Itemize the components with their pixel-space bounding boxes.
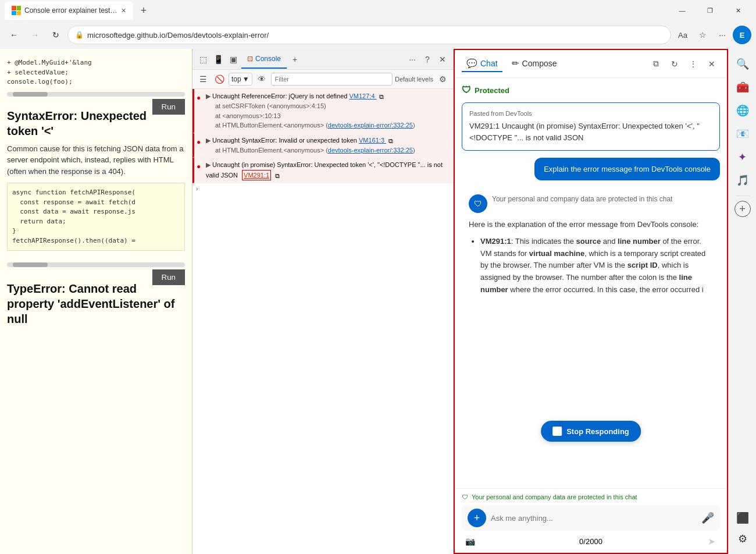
sidebar-settings-button[interactable]: ⚙ (732, 528, 753, 549)
expand-arrow[interactable]: › (192, 183, 453, 194)
scrollbar-thumb-2 (13, 262, 48, 267)
console-eye-toggle[interactable]: 👁 (255, 72, 269, 86)
pasted-from-label: Pasted from DevTools (469, 110, 712, 117)
snippet-line-3: const data = await response.js (12, 207, 180, 217)
shield-protected-icon: 🛡 (462, 85, 471, 95)
sidebar-collections-button[interactable]: 🌐 (732, 100, 753, 121)
sidebar-spotify-button[interactable]: 🎵 (732, 170, 753, 191)
tab-chat[interactable]: 💬 Chat (462, 56, 502, 72)
chat-input[interactable] (491, 514, 697, 523)
sidebar-copilot-button[interactable]: ✦ (732, 147, 753, 168)
context-selector[interactable]: top ▼ (229, 73, 252, 86)
footer-protection-text: Your personal and company data are prote… (472, 493, 637, 500)
devtools-help[interactable]: ? (420, 52, 434, 66)
sidebar-add-button[interactable]: + (734, 201, 751, 217)
main-content: + @Model.MyGuid+'&lang + selectedValue; … (0, 49, 756, 554)
devtools-add-tab[interactable]: + (288, 52, 302, 66)
minimize-button[interactable]: — (669, 1, 696, 20)
maximize-button[interactable]: ❐ (697, 1, 723, 20)
sidebar-divider (736, 196, 750, 196)
err-link-2-sub[interactable]: devtools-explain-error/:332:25 (328, 147, 413, 154)
protected-badge: 🛡 Protected (462, 85, 720, 95)
devtools-element-picker[interactable]: ⬚ (196, 52, 210, 66)
tab-console[interactable]: ⊡ Console (241, 50, 287, 69)
error-1-sub-1: at setCSRFToken (<anonymous>:4:15) (206, 101, 450, 111)
error-toggle-1[interactable]: ▶ (206, 93, 211, 100)
error-toggle-2[interactable]: ▶ (206, 137, 211, 144)
char-count: 0/2000 (579, 537, 602, 546)
scrollbar-horizontal-top[interactable] (7, 92, 185, 97)
console-error-1: ● ▶ Uncaught ReferenceError: jQuery is n… (192, 89, 453, 133)
add-context-button[interactable]: + (468, 509, 486, 527)
run-button-top[interactable]: Run (152, 99, 185, 115)
context-dropdown-icon: ▼ (243, 75, 249, 83)
sidebar-split-screen[interactable]: ⬛ (732, 507, 753, 528)
profile-button[interactable]: E (733, 26, 751, 44)
devtools-close[interactable]: ✕ (436, 52, 450, 66)
tab-compose[interactable]: ✏ Compose (507, 56, 562, 72)
refresh-chat-button[interactable]: ↻ (666, 56, 683, 72)
more-tools-button[interactable]: ··· (713, 26, 732, 44)
screenshot-button[interactable]: 📷 (463, 534, 477, 548)
right-sidebar: 🔍 🧰 🌐 📧 ✦ 🎵 + ⬛ ⚙ (728, 49, 756, 554)
pasted-text: VM291:1 Uncaught (in promise) SyntaxErro… (469, 120, 712, 143)
tab-close-button[interactable]: ✕ (121, 7, 126, 15)
stop-responding-button[interactable]: Stop Responding (541, 421, 641, 442)
send-button[interactable]: ➤ (705, 534, 719, 548)
type-error-title: TypeError: Cannot read property 'addEven… (7, 281, 185, 326)
devtools-device-toggle[interactable]: 📱 (211, 52, 225, 66)
console-toolbar: ☰ 🚫 top ▼ 👁 Default levels ⚙ (192, 70, 453, 89)
favorites-button[interactable]: ☆ (693, 26, 712, 44)
top-label: top (231, 75, 241, 83)
error-icon-2: ● (197, 137, 201, 147)
devtools-more-options[interactable]: ··· (405, 52, 419, 66)
forward-button[interactable]: → (26, 26, 44, 44)
code-line-3: console.log(foo); (7, 77, 185, 87)
ai-intro: Here is the explanation of the error mes… (469, 219, 713, 231)
copy-icon-2[interactable]: ⧉ (388, 136, 398, 145)
close-button[interactable]: ✕ (725, 1, 751, 20)
ai-text: Here is the explanation of the error mes… (469, 219, 713, 296)
sidebar-search-button[interactable]: 🔍 (732, 54, 753, 74)
refresh-button[interactable]: ↻ (47, 26, 65, 44)
popout-button[interactable]: ⧉ (648, 56, 664, 72)
error-icon-3: ● (197, 161, 201, 172)
scrollbar-horizontal-bottom[interactable] (7, 262, 185, 267)
address-bar[interactable]: 🔒 microsoftedge.github.io/Demos/devtools… (67, 26, 671, 44)
console-tab-label: Console (255, 55, 281, 63)
user-message: Explain the error message from DevTools … (534, 158, 720, 180)
devtools-sidebar-toggle[interactable]: ▣ (226, 52, 240, 66)
console-sidebar-toggle[interactable]: ☰ (196, 72, 210, 86)
chat-tab-label: Chat (480, 59, 498, 68)
ai-shield-icon: 🛡 (469, 194, 487, 213)
error-1-sub-2: at <anonymous>:10:13 (206, 111, 450, 121)
vm-link-1[interactable]: VM127:4 (349, 93, 376, 100)
copy-icon-3[interactable]: ⧉ (275, 171, 284, 180)
protected-label: Protected (475, 86, 509, 95)
console-error-2: ● ▶ Uncaught SyntaxError: Invalid or une… (192, 133, 453, 158)
vm-link-2[interactable]: VM161:3 (359, 137, 386, 144)
console-clear[interactable]: 🚫 (212, 72, 226, 86)
new-tab-button[interactable]: + (135, 2, 152, 19)
error-toggle-3[interactable]: ▶ (206, 161, 211, 168)
sidebar-outlook-button[interactable]: 📧 (732, 123, 753, 144)
syntax-error-desc: Common cause for this is fetching JSON d… (7, 143, 185, 177)
console-filter-input[interactable] (271, 73, 393, 86)
snippet-line-4: return data; (12, 217, 180, 227)
copilot-header: 💬 Chat ✏ Compose ⧉ ↻ ⋮ ✕ (455, 50, 727, 78)
error-icon-1: ● (197, 93, 201, 103)
copy-icon-1[interactable]: ⧉ (379, 92, 388, 101)
browser-tab[interactable]: Console error explainer test page ✕ (5, 1, 133, 20)
microphone-icon[interactable]: 🎤 (701, 512, 714, 524)
error-1-sub-3: at HTMLButtonElement.<anonymous> (devtoo… (206, 120, 450, 130)
close-copilot-button[interactable]: ✕ (704, 56, 720, 72)
vm-link-3-box: VM291:1 (242, 170, 271, 181)
sidebar-tools-button[interactable]: 🧰 (732, 77, 753, 98)
vm-link-3[interactable]: VM291:1 (244, 171, 269, 180)
read-aloud-button[interactable]: Aa (673, 26, 692, 44)
run-button-bottom[interactable]: Run (152, 269, 185, 285)
err-link-1-sub[interactable]: devtools-explain-error/:332:25 (328, 122, 413, 129)
back-button[interactable]: ← (5, 26, 23, 44)
more-options-button[interactable]: ⋮ (685, 56, 701, 72)
console-settings[interactable]: ⚙ (436, 72, 450, 86)
